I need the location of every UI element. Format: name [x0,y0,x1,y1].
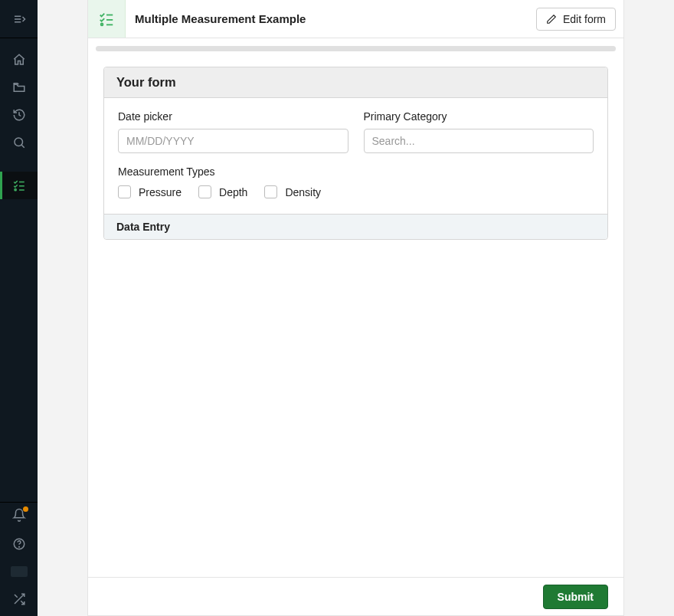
checklist-icon [98,11,115,28]
nav-form-active[interactable] [0,172,38,199]
checkbox-label: Pressure [139,186,182,198]
checkbox-pressure[interactable]: Pressure [118,185,182,198]
svg-point-13 [101,23,103,25]
checkbox-label: Density [285,186,321,198]
data-entry-header: Data Entry [104,214,607,239]
checkbox-depth[interactable]: Depth [198,185,247,198]
date-picker-input[interactable] [118,129,348,153]
checkbox-label: Depth [219,186,247,198]
svg-point-7 [15,189,16,191]
edit-form-label: Edit form [563,13,606,25]
folder-open-icon [12,80,26,94]
search-icon [12,136,26,149]
submit-button[interactable]: Submit [543,585,608,609]
nav-help[interactable] [0,530,38,558]
edit-form-button[interactable]: Edit form [536,8,616,31]
notification-dot [23,506,28,512]
progress-bar [96,46,616,51]
shuffle-icon [12,592,26,606]
nav-terminal[interactable] [0,558,38,585]
form-panel: Your form Date picker Primary Category [103,67,608,240]
submit-label: Submit [558,591,594,603]
checkbox-icon [264,185,277,198]
checkbox-density[interactable]: Density [264,185,321,198]
nav-files[interactable] [0,74,38,101]
svg-line-4 [21,145,25,148]
primary-category-label: Primary Category [364,110,594,123]
checkbox-icon [198,185,211,198]
nav-home[interactable] [0,46,38,74]
panel-title: Your form [104,67,607,98]
pencil-icon [546,14,557,25]
main-area: Multiple Measurement Example Edit form [38,0,674,616]
card-header: Multiple Measurement Example Edit form [88,0,623,38]
progress-row [88,38,623,56]
nav-search[interactable] [0,129,38,156]
card-header-icon [88,0,126,38]
help-icon [12,537,26,551]
primary-category-input[interactable] [364,129,594,153]
history-icon [12,108,26,122]
svg-point-10 [18,546,19,547]
menu-collapse-icon [12,12,26,26]
nav-notifications[interactable] [0,503,38,530]
page-title: Multiple Measurement Example [126,12,536,25]
nav-history[interactable] [0,101,38,129]
checkbox-icon [118,185,131,198]
terminal-icon [11,566,28,577]
home-icon [12,53,26,67]
card-footer: Submit [88,577,623,615]
nav-rail [0,0,38,616]
svg-point-3 [15,138,23,146]
form-card: Multiple Measurement Example Edit form [87,0,624,616]
checklist-icon [12,179,26,192]
measurement-types-label: Measurement Types [118,165,594,178]
rail-toggle[interactable] [0,0,38,38]
date-picker-label: Date picker [118,110,348,123]
nav-shuffle[interactable] [0,585,38,613]
